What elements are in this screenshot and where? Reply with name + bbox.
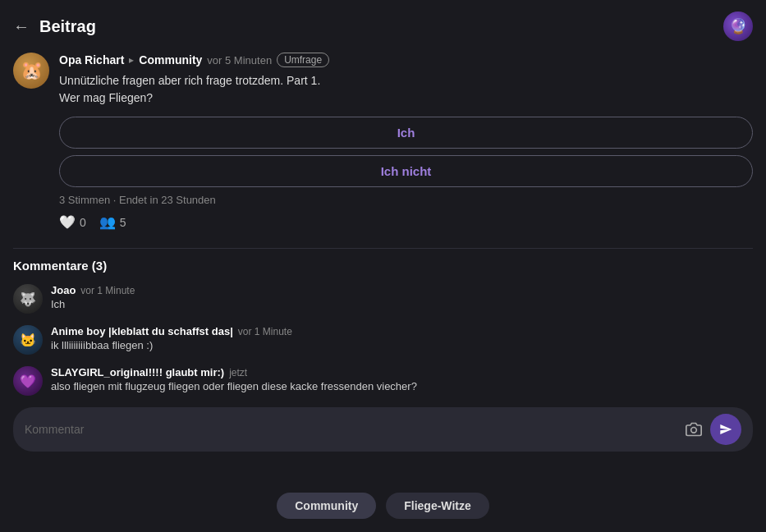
comments-section: Kommentare (3) 🐺 Joao vor 1 Minute Ich 🐱… — [13, 259, 753, 452]
comment-body: Anime boy |kleblatt du schaffst das| vor… — [51, 325, 753, 351]
like-count: 0 — [80, 216, 86, 229]
post-community[interactable]: Community — [139, 53, 202, 66]
like-action[interactable]: 🤍 0 — [59, 214, 86, 230]
header: ← Beitrag 🔮 — [0, 0, 766, 53]
comment-meta: Anime boy |kleblatt du schaffst das| vor… — [51, 325, 753, 337]
post-body: Opa Richart ▸ Community vor 5 Minuten Um… — [59, 53, 753, 230]
comment-author: Joao — [51, 284, 76, 296]
comment-meta: SLAYGIRL_original!!!! glaubt mir:) jetzt — [51, 366, 753, 378]
poll-badge: Umfrage — [277, 53, 329, 67]
comment-author: Anime boy |kleblatt du schaffst das| — [51, 325, 233, 337]
page-title: Beitrag — [39, 17, 96, 36]
comment-time: jetzt — [229, 367, 247, 378]
back-button[interactable]: ← — [13, 17, 30, 36]
post-text-line1: Unnützliche fragen aber rich frage trotz… — [59, 74, 320, 87]
post-time: vor 5 Minuten — [207, 54, 272, 66]
post-author-name: Opa Richart — [59, 53, 124, 66]
comment-text: Ich — [51, 298, 753, 310]
send-button[interactable] — [710, 414, 741, 445]
views-action[interactable]: 👥 5 — [99, 214, 126, 230]
poll-stats: 3 Stimmen · Endet in 23 Stunden — [59, 194, 753, 206]
comment-avatar-slaygirl: 💜 — [13, 366, 43, 396]
svg-point-0 — [691, 428, 697, 433]
main-content: 🐹 Opa Richart ▸ Community vor 5 Minuten … — [0, 53, 766, 452]
camera-button[interactable] — [686, 421, 702, 438]
comment-avatar-joao: 🐺 — [13, 284, 43, 314]
comment-time: vor 1 Minute — [80, 285, 135, 296]
comment-avatar-anime: 🐱 — [13, 325, 43, 355]
comment-input[interactable] — [25, 423, 677, 436]
post-meta: Opa Richart ▸ Community vor 5 Minuten Um… — [59, 53, 753, 67]
bottom-tabs: Community Fliege-Witze — [0, 483, 766, 532]
post-text: Unnützliche fragen aber rich frage trotz… — [59, 72, 753, 107]
comment-item: 🐱 Anime boy |kleblatt du schaffst das| v… — [13, 325, 753, 355]
post-text-line2: Wer mag Fliegen? — [59, 91, 153, 104]
chevron-right-icon: ▸ — [129, 54, 134, 66]
tab-fliege-witze[interactable]: Fliege-Witze — [386, 493, 489, 519]
post-actions: 🤍 0 👥 5 — [59, 214, 753, 230]
post-card: 🐹 Opa Richart ▸ Community vor 5 Minuten … — [13, 53, 753, 238]
views-count: 5 — [120, 216, 126, 229]
tab-community[interactable]: Community — [277, 493, 376, 519]
comment-meta: Joao vor 1 Minute — [51, 284, 753, 296]
user-avatar[interactable]: 🔮 — [723, 11, 753, 41]
heart-icon: 🤍 — [59, 214, 76, 230]
comment-text: also fliegen mit flugzeug fliegen oder f… — [51, 380, 753, 392]
comment-item: 💜 SLAYGIRL_original!!!! glaubt mir:) jet… — [13, 366, 753, 396]
poll-option-1[interactable]: Ich — [59, 117, 753, 149]
comments-header: Kommentare (3) — [13, 259, 753, 273]
avatar-emoji: 🔮 — [729, 17, 747, 35]
comment-body: SLAYGIRL_original!!!! glaubt mir:) jetzt… — [51, 366, 753, 392]
divider — [13, 248, 753, 249]
comment-body: Joao vor 1 Minute Ich — [51, 284, 753, 310]
comment-author: SLAYGIRL_original!!!! glaubt mir:) — [51, 366, 224, 378]
people-icon: 👥 — [99, 214, 116, 230]
comment-time: vor 1 Minute — [238, 326, 292, 337]
comment-input-bar — [13, 407, 753, 452]
comment-text: ik llliiiiiiibbaa fliegen :) — [51, 339, 753, 351]
post-author-avatar: 🐹 — [13, 53, 49, 89]
poll-option-2[interactable]: Ich nicht — [59, 155, 753, 187]
comment-item: 🐺 Joao vor 1 Minute Ich — [13, 284, 753, 314]
